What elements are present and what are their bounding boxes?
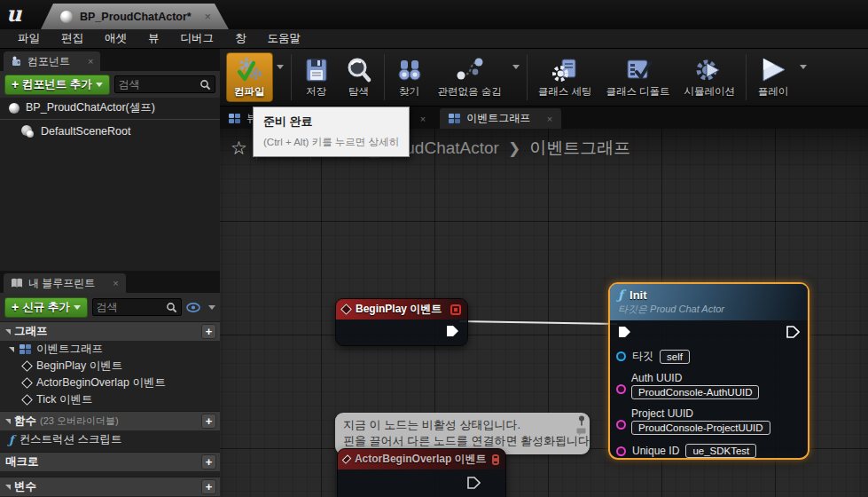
event-diamond-icon <box>342 454 352 464</box>
node-beginplay-header[interactable]: BeginPlay 이벤트 <box>336 299 467 320</box>
pin-auth-label: Auth UUID <box>631 372 682 384</box>
find-button[interactable]: 찾기 <box>388 53 431 101</box>
play-options-dropdown[interactable] <box>796 69 810 85</box>
exec-output-pin[interactable] <box>466 476 481 490</box>
tab-my-blueprint[interactable]: 내 블루프린트 × <box>4 273 126 293</box>
add-new-button[interactable]: + 신규 추가 <box>4 297 88 318</box>
tab-event-graph-label: 이벤트그래프 <box>466 111 530 126</box>
expander-icon[interactable] <box>5 419 11 424</box>
comment-bubble-icon[interactable] <box>576 428 586 436</box>
menu-asset[interactable]: 애셋 <box>94 31 137 46</box>
section-variables-label: 변수 <box>14 479 36 494</box>
exec-input-pin[interactable] <box>617 325 631 339</box>
viewport-icon <box>229 114 240 123</box>
pin-icon[interactable] <box>577 415 586 426</box>
node-beginplay-event[interactable]: BeginPlay 이벤트 <box>335 298 468 346</box>
hide-unrelated-button[interactable]: 관련없음 숨김 <box>431 53 509 101</box>
browse-label: 탐색 <box>348 85 369 99</box>
function-icon: ƒ <box>9 433 14 446</box>
eye-filter-icon[interactable] <box>186 302 204 313</box>
node-init-function[interactable]: ƒ Init 타깃은 Proud Chat Actor 타깃 self <box>608 282 809 460</box>
string-pin-icon[interactable] <box>616 420 626 430</box>
section-variables[interactable]: 변수 + <box>0 477 220 496</box>
pin-auth-value[interactable]: ProudConsole-AuthUUID <box>631 385 759 399</box>
pin-project-value[interactable]: ProudConsole-ProjectUUID <box>631 421 770 435</box>
close-icon[interactable]: × <box>420 114 426 124</box>
simulate-button[interactable]: 시뮬레이션 <box>677 53 743 101</box>
menu-file[interactable]: 파일 <box>7 31 51 46</box>
chevron-down-icon[interactable] <box>208 305 215 310</box>
event-diamond-icon <box>21 394 33 406</box>
menu-view[interactable]: 뷰 <box>137 31 170 46</box>
exec-output-pin[interactable] <box>445 324 459 338</box>
menu-edit[interactable]: 편집 <box>51 31 94 46</box>
close-icon[interactable]: × <box>547 114 552 124</box>
node-actorbeginoverlap-header[interactable]: ActorBeginOverlap 이벤트 <box>338 449 505 469</box>
string-pin-icon[interactable] <box>616 446 626 456</box>
binoculars-icon <box>395 56 424 84</box>
item-actorbeginoverlap-event[interactable]: ActorBeginOverlap 이벤트 <box>0 375 220 391</box>
my-blueprint-search[interactable] <box>92 298 182 316</box>
components-search[interactable] <box>114 75 215 93</box>
item-tick-label: Tick 이벤트 <box>36 392 92 407</box>
delegate-pin-icon[interactable] <box>450 304 461 315</box>
save-button[interactable]: 저장 <box>295 53 338 101</box>
object-pin-icon[interactable] <box>616 351 626 361</box>
pin-target-value[interactable]: self <box>660 350 690 364</box>
section-graphs-label: 그래프 <box>14 324 48 339</box>
string-pin-icon[interactable] <box>616 384 626 394</box>
close-icon[interactable]: × <box>88 56 93 67</box>
play-button[interactable]: 플레이 <box>750 53 796 101</box>
menu-help[interactable]: 도움말 <box>257 31 312 46</box>
add-variable-button[interactable]: + <box>201 479 216 494</box>
item-construction-script[interactable]: ƒ 컨스트럭션 스크립트 <box>0 430 220 449</box>
node-beginplay-title: BeginPlay 이벤트 <box>356 302 445 317</box>
item-tick-event[interactable]: Tick 이벤트 <box>0 391 220 408</box>
breadcrumb-current[interactable]: 이벤트그래프 <box>529 137 630 160</box>
class-settings-button[interactable]: 클래스 세팅 <box>531 53 599 101</box>
class-defaults-icon <box>623 56 653 84</box>
favorite-star-icon[interactable]: ☆ <box>231 138 247 159</box>
document-tab[interactable]: BP_ProudChatActor* × <box>41 4 229 29</box>
add-graph-button[interactable]: + <box>201 324 216 339</box>
compile-button[interactable]: 컴파일 <box>226 52 273 102</box>
delegate-pin-icon[interactable] <box>492 454 499 465</box>
asset-sphere-icon <box>60 11 73 23</box>
add-function-button[interactable]: + <box>201 414 216 429</box>
section-graphs[interactable]: 그래프 + <box>0 321 220 341</box>
close-icon[interactable]: × <box>204 10 211 23</box>
breadcrumb-separator: ❯ <box>508 139 520 158</box>
component-row-scene-root[interactable]: DefaultSceneRoot <box>0 121 220 141</box>
node-actorbeginoverlap-event[interactable]: ActorBeginOverlap 이벤트 <box>337 448 506 497</box>
browse-button[interactable]: 탐색 <box>338 53 380 101</box>
section-functions[interactable]: 함수 (23 오버라이더블) + <box>0 411 220 430</box>
component-icon <box>11 56 22 67</box>
menu-debug[interactable]: 디버그 <box>170 31 225 46</box>
menu-window[interactable]: 창 <box>224 31 257 46</box>
section-macros[interactable]: 매크로 + <box>0 452 220 471</box>
compile-options-dropdown[interactable] <box>273 69 287 85</box>
hide-unrelated-options-dropdown[interactable] <box>509 69 523 85</box>
tab-event-graph[interactable]: 이벤트그래프 × <box>440 108 561 129</box>
tab-components[interactable]: 컴포넌트 × <box>4 51 100 71</box>
item-beginplay-event[interactable]: BeginPlay 이벤트 <box>0 358 220 375</box>
expander-icon[interactable] <box>5 329 11 335</box>
close-icon[interactable]: × <box>113 278 118 288</box>
event-graph-canvas[interactable]: ☆ BP_ProudChatActor ❯ 이벤트그래프 BeginPlay 이… <box>220 129 868 497</box>
node-init-header[interactable]: ƒ Init 타깃은 Proud Chat Actor <box>610 284 808 320</box>
expander-icon[interactable] <box>5 485 11 490</box>
add-component-button[interactable]: + 컴포넌트 추가 <box>4 75 110 95</box>
item-event-graph[interactable]: 이벤트그래프 <box>0 341 220 358</box>
divider <box>527 54 528 100</box>
pin-unique-value[interactable]: ue_SDKTest <box>685 444 756 458</box>
simulate-label: 시뮬레이션 <box>684 85 736 99</box>
component-row-self[interactable]: BP_ProudChatActor(셀프) <box>0 98 220 118</box>
exec-output-pin[interactable] <box>786 325 800 339</box>
add-macro-button[interactable]: + <box>201 454 216 469</box>
class-defaults-button[interactable]: 클래스 디폴트 <box>598 53 676 101</box>
components-search-input[interactable] <box>119 78 199 91</box>
tab-my-blueprint-label: 내 블루프린트 <box>28 276 95 291</box>
expander-icon[interactable] <box>9 347 14 352</box>
my-blueprint-search-input[interactable] <box>97 301 166 313</box>
item-beginplay-label: BeginPlay 이벤트 <box>36 359 122 374</box>
